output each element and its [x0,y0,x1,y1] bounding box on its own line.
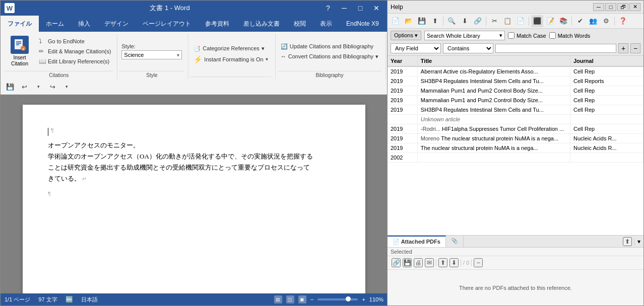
en-download-btn[interactable]: ⬇ [459,15,471,27]
tab-pagelayout[interactable]: ページレイアウト [136,16,198,32]
col-header-year[interactable]: Year [388,56,417,66]
instant-format-arrow[interactable]: ▾ [266,56,268,62]
match-case-checkbox[interactable] [508,32,514,39]
zoom-in-btn[interactable]: + [362,296,365,302]
en-url-btn[interactable]: 🔗 [472,15,484,27]
en-settings-btn[interactable]: ⚙ [600,15,612,27]
en-help-btn[interactable]: ❓ [617,15,629,27]
zoom-out-btn[interactable]: − [310,296,313,302]
edit-library-btn[interactable]: 📖 Edit Library Reference(s) [37,57,113,66]
en-check-btn[interactable]: ✔ [574,15,586,27]
search-input[interactable] [495,44,616,53]
table-row[interactable]: 2019The nuclear structural protein NuMA … [388,143,643,153]
search-add-btn[interactable]: + [618,43,628,53]
table-row[interactable]: Unknown article [388,115,643,124]
maximize-btn[interactable]: □ [353,3,367,13]
help-btn[interactable]: ? [321,3,335,13]
tab-review[interactable]: 校閲 [287,16,313,32]
en-new-ref-btn[interactable]: 📝 [544,15,556,27]
en-open-btn[interactable]: 📂 [403,15,415,27]
endnote-titlebar: Help ─ □ 🗗 ✕ [388,1,643,14]
table-row[interactable]: 2019Aberrant Active cis-Regulatory Eleme… [388,66,643,76]
tab-mailmerge[interactable]: 差し込み文書 [236,16,287,32]
en-insert-ref-btn[interactable]: ⬛ [531,15,543,27]
pdf-prev-btn[interactable]: ⬆ [438,258,447,267]
citations-group: + InsertCitation ⤵ Go to EndNote ✏ Edit … [3,34,117,79]
table-row[interactable]: 2019SH3BP4 Regulates Intestinal Stem Cel… [388,76,643,86]
search-options-btn[interactable]: Options ▾ [391,31,421,40]
search-field-select[interactable]: Any Field [391,43,441,53]
table-row[interactable]: 2019-Rodri... HIF1alpha Suppresses Tumor… [388,124,643,134]
minimize-btn[interactable]: ─ [337,3,351,13]
insert-citation-button[interactable]: + InsertCitation [5,34,35,69]
pdf-zoom-minus-btn[interactable]: − [474,258,483,267]
style-group-label: Style [119,71,184,79]
tab-endnote[interactable]: EndNote X9 [339,16,386,32]
endnote-minimize-btn[interactable]: ─ [593,3,604,11]
search-remove-btn[interactable]: − [630,43,640,53]
tab-home[interactable]: ホーム [39,16,71,32]
view-normal-btn[interactable]: ▤ [274,295,282,303]
table-row[interactable]: 2019Moreno The nuclear structural protei… [388,134,643,143]
en-copy-btn[interactable]: 📋 [501,15,513,27]
col-header-title[interactable]: Title [417,56,570,66]
zoom-slider[interactable] [317,298,358,300]
document-page[interactable]: ¶ オープンアクセスのモニター。 学術論文のオープンアクセス（OA）化の動きが活… [23,105,365,293]
en-paste-btn[interactable]: 📄 [514,15,527,27]
instant-format-icon: ⚡ [194,55,202,63]
close-btn[interactable]: ✕ [369,3,383,13]
categorize-references-btn[interactable]: 📑 Categorize References ▾ [190,44,271,53]
document-area: ¶ オープンアクセスのモニター。 学術論文のオープンアクセス（OA）化の動きが活… [1,95,388,293]
en-bib-btn[interactable]: 📚 [557,15,569,27]
endnote-close-btn[interactable]: ✕ [629,3,640,11]
endnote-restore-btn[interactable]: 🗗 [617,3,628,11]
customize-qa-btn[interactable]: ▾ [61,81,72,92]
style-select: Style: Science ▾ [119,41,184,61]
pdf-next-btn[interactable]: ⬇ [449,258,459,267]
style-value: Science [124,52,177,58]
match-words-checkbox[interactable] [549,32,556,39]
table-row[interactable]: 2019Mammalian Pum1 and Pum2 Control Body… [388,86,643,96]
table-row[interactable]: 2019Mammalian Pum1 and Pum2 Control Body… [388,96,643,105]
update-citations-btn[interactable]: 🔄 Update Citations and Bibliography [278,42,381,51]
en-group-btn[interactable]: 👥 [587,15,599,27]
table-row[interactable]: 2019SH3BP4 Regulates Intestinal Stem Cel… [388,105,643,115]
bottom-icon-sep: | [634,238,635,245]
undo-arrow-btn[interactable]: ▾ [33,81,44,92]
col-header-journal[interactable]: Journal [570,56,643,66]
en-save-btn[interactable]: 💾 [416,15,428,27]
endnote-maximize-btn[interactable]: □ [605,3,616,11]
pdf-email-btn[interactable]: ✉ [425,258,434,267]
search-contains-select[interactable]: Contains [443,43,493,53]
tab-file[interactable]: ファイル [1,16,39,32]
tab-design[interactable]: デザイン [97,16,136,32]
reference-list[interactable]: Year Title Journal 2019Aberrant Active c… [388,56,643,235]
table-row[interactable]: 2002 [388,153,643,163]
attach-tab[interactable]: 📎 [446,236,464,247]
view-read-btn[interactable]: ▣ [298,295,306,303]
en-search-online-btn[interactable]: 🔍 [445,15,458,27]
tab-view[interactable]: 表示 [313,16,339,32]
search-row1: Options ▾ Search Whole Library ▾ Match C… [391,31,640,40]
expand-btn[interactable]: ⬆ [623,237,632,246]
edit-manage-citation-btn[interactable]: ✏ Edit & Manage Citation(s) [37,47,113,56]
en-upload-btn[interactable]: ⬆ [429,15,441,27]
save-qa-btn[interactable]: 💾 [5,81,16,92]
attached-pdfs-tab[interactable]: 📄 Attached PDFs [388,236,446,247]
en-cut-btn[interactable]: ✂ [488,15,500,27]
ref-journal: Nucleic Acids R... [570,143,643,153]
view-web-btn[interactable]: ◫ [286,295,294,303]
redo-qa-btn[interactable]: ↪ [47,81,58,92]
convert-citations-btn[interactable]: ↔ Convert Citations and Bibliography ▾ [278,52,381,61]
pdf-print-btn[interactable]: 🖨 [414,258,423,267]
go-to-endnote-btn[interactable]: ⤵ Go to EndNote [37,37,113,46]
pdf-link-btn[interactable]: 🔗 [392,258,401,267]
undo-qa-btn[interactable]: ↩ [19,81,30,92]
style-dropdown[interactable]: Science ▾ [121,50,182,59]
search-library-dropdown[interactable]: Search Whole Library ▾ [424,31,505,40]
tab-references[interactable]: 参考資料 [198,16,236,32]
pdf-save-btn[interactable]: 💾 [403,258,412,267]
tab-insert[interactable]: 挿入 [71,16,97,32]
chevron-down-icon[interactable]: ▾ [637,238,640,245]
en-new-btn[interactable]: 📄 [390,15,402,27]
